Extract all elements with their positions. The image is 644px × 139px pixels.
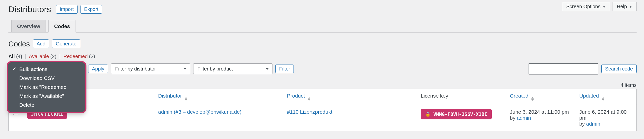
help-label: Help [617,4,627,10]
updated-by-prefix: by [579,121,586,126]
export-button[interactable]: Export [80,5,102,14]
apply-button[interactable]: Apply [88,65,108,73]
bulk-option-download-csv[interactable]: Download CSV [8,74,85,83]
row-updated: June 6, 2024 at 9:00 pm by admin [575,105,636,131]
filter-button[interactable]: Filter [276,65,294,73]
screen-options-label: Screen Options [566,4,600,10]
filter-available[interactable]: Available (2) [29,54,58,59]
col-distributor[interactable]: Distributor [154,89,282,105]
bulk-actions-dropdown: Bulk actions Download CSV Mark as "Redee… [8,62,85,112]
bulk-actions-select[interactable]: Bulk actions Download CSV Mark as "Redee… [8,63,85,75]
filter-all-label: All [8,54,15,59]
col-license-key: License key [416,89,506,105]
help-button[interactable]: Help ▼ [612,2,636,11]
screen-options-button[interactable]: Screen Options ▼ [562,2,610,11]
sort-icon [531,97,534,101]
sort-icon [185,97,187,101]
row-distributor[interactable]: admin (#3 – develop@enwikuna.de) [154,105,282,131]
filter-by-product-select[interactable]: Filter by product [193,63,272,74]
created-date: June 6, 2024 at 11:00 pm [510,109,570,115]
filter-redeemed[interactable]: Redeemed (2) [64,54,95,59]
col-product-label: Product [287,93,305,98]
col-distributor-label: Distributor [158,93,182,98]
search-code-button[interactable]: Search code [602,65,636,73]
filter-by-distributor-select[interactable]: Filter by distributor [111,63,190,74]
col-license-key-label: License key [421,93,448,98]
row-product[interactable]: #110 Lizenzprodukt [282,105,416,131]
updated-by-user[interactable]: admin [586,121,600,126]
col-created-label: Created [510,93,528,98]
bulk-option-mark-redeemed[interactable]: Mark as "Redeemed" [8,83,85,92]
filter-redeemed-count: (2) [89,54,95,59]
filter-available-label: Available [29,54,49,59]
created-by-user[interactable]: admin [517,115,531,121]
col-created[interactable]: Created [506,89,575,105]
bulk-option-bulk-actions[interactable]: Bulk actions [8,65,85,74]
filter-all[interactable]: All (4) [8,54,24,59]
codes-table: Code Distributor Product License key Cre… [8,89,636,131]
filter-redeemed-label: Redeemed [64,54,88,59]
page-title: Distributors [8,5,51,14]
license-key-text: VMNG-F8VH-3S6V-X1BI [434,111,487,117]
created-by-prefix: by [510,115,517,121]
table-row: JRlvfIlkRZ admin (#3 – develop@enwikuna.… [9,105,636,131]
generate-button[interactable]: Generate [52,40,80,48]
tab-overview[interactable]: Overview [12,20,46,33]
sort-icon [602,97,604,101]
col-updated-label: Updated [579,93,599,98]
import-button[interactable]: Import [56,5,78,14]
add-button[interactable]: Add [33,40,49,48]
chevron-down-icon: ▼ [629,5,632,9]
section-title: Codes [8,40,30,48]
updated-date: June 6, 2024 at 9:00 pm [579,109,632,121]
col-product[interactable]: Product [282,89,416,105]
filter-all-count: (4) [16,54,22,59]
license-key-pill[interactable]: 🔒 VMNG-F8VH-3S6V-X1BI [421,109,492,119]
separator: | [24,54,28,59]
bulk-option-mark-available[interactable]: Mark as "Available" [8,92,85,100]
tab-codes[interactable]: Codes [48,20,76,33]
separator: | [58,54,62,59]
items-count: 4 items [621,82,636,88]
lock-icon: 🔒 [425,112,430,117]
bulk-option-delete[interactable]: Delete [8,100,85,109]
col-updated[interactable]: Updated [575,89,636,105]
sort-icon [308,97,310,101]
search-input[interactable] [528,63,598,74]
chevron-down-icon: ▼ [602,5,606,9]
filter-available-count: (2) [50,54,56,59]
row-created: June 6, 2024 at 11:00 pm by admin [506,105,575,131]
